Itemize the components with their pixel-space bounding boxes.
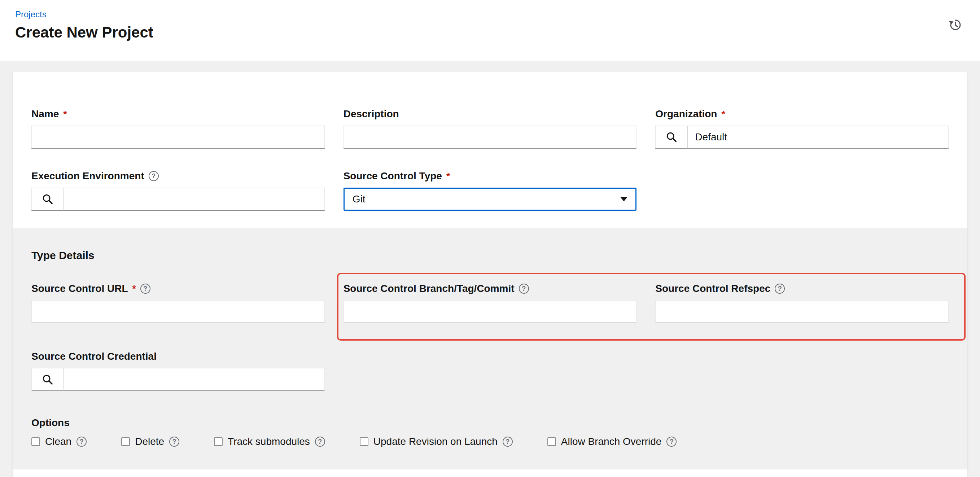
field-source-control-refspec: Source Control Refspec ?: [655, 283, 948, 323]
search-icon: [41, 374, 54, 386]
source-control-refspec-input[interactable]: [655, 300, 948, 323]
history-button[interactable]: [947, 16, 964, 35]
form-row-1: Name * Description Organization: [32, 108, 948, 149]
source-control-type-select[interactable]: Git: [344, 188, 637, 211]
help-icon[interactable]: ?: [76, 437, 87, 447]
description-label: Description: [344, 108, 399, 120]
source-control-type-field-label: Source Control Type *: [344, 170, 637, 182]
field-description: Description: [344, 108, 637, 149]
required-asterisk: *: [446, 172, 450, 181]
allow-branch-override-checkbox[interactable]: [547, 437, 556, 446]
field-source-control-type: Source Control Type * Git: [344, 170, 637, 211]
source-control-credential-field-label: Source Control Credential: [32, 351, 325, 362]
execution-environment-input[interactable]: [64, 188, 325, 211]
required-asterisk: *: [63, 109, 67, 119]
help-icon[interactable]: ?: [667, 437, 676, 447]
source-control-type-label: Source Control Type: [344, 170, 442, 182]
source-control-refspec-field-label: Source Control Refspec ?: [655, 283, 948, 294]
field-source-control-url: Source Control URL * ?: [32, 283, 325, 323]
source-control-credential-lookup: [32, 368, 325, 391]
help-icon[interactable]: ?: [503, 437, 513, 447]
source-control-type-value: Git: [353, 193, 366, 205]
field-organization: Organization *: [655, 108, 948, 149]
organization-search-button[interactable]: [655, 126, 688, 149]
breadcrumb: Projects: [15, 10, 980, 19]
history-icon: [948, 17, 963, 32]
field-execution-environment: Execution Environment ?: [32, 170, 325, 211]
allow-branch-override-label: Allow Branch Override: [561, 436, 662, 447]
required-asterisk: *: [132, 284, 136, 293]
main-content: Name * Description Organization: [0, 61, 980, 477]
field-source-control-branch: Source Control Branch/Tag/Commit ?: [344, 283, 637, 323]
name-field-label: Name *: [32, 108, 325, 120]
page-header: Projects Create New Project: [0, 0, 980, 61]
organization-input[interactable]: [688, 126, 948, 149]
search-icon: [41, 193, 54, 205]
required-asterisk: *: [721, 109, 725, 119]
field-name: Name *: [32, 108, 325, 149]
source-control-refspec-label: Source Control Refspec: [655, 283, 770, 294]
empty-cell: [655, 170, 948, 211]
execution-environment-label: Execution Environment: [32, 170, 144, 182]
help-icon[interactable]: ?: [169, 437, 179, 447]
help-icon[interactable]: ?: [519, 284, 529, 294]
name-input[interactable]: [32, 126, 325, 149]
form-row-4: Source Control Credential: [32, 351, 948, 391]
option-clean: Clean ?: [32, 436, 87, 447]
track-submodules-checkbox[interactable]: [214, 437, 223, 446]
create-project-page: Projects Create New Project Name *: [0, 0, 980, 477]
empty-cell: [655, 351, 948, 391]
help-icon[interactable]: ?: [149, 171, 159, 181]
options-heading: Options: [32, 417, 948, 429]
execution-environment-field-label: Execution Environment ?: [32, 170, 325, 182]
field-source-control-credential: Source Control Credential: [32, 351, 325, 391]
organization-lookup: [655, 126, 948, 149]
type-details-section: Type Details Source Control URL * ? Sour…: [13, 228, 967, 469]
source-control-branch-label: Source Control Branch/Tag/Commit: [344, 283, 514, 294]
page-title: Create New Project: [15, 24, 980, 41]
source-control-credential-label: Source Control Credential: [32, 351, 157, 362]
execution-environment-search-button[interactable]: [32, 188, 64, 211]
source-control-branch-field-label: Source Control Branch/Tag/Commit ?: [344, 283, 637, 294]
caret-down-icon: [620, 197, 627, 201]
source-control-credential-search-button[interactable]: [32, 368, 64, 391]
option-track-submodules: Track submodules ?: [214, 436, 325, 447]
form-card: Name * Description Organization: [13, 72, 967, 477]
type-details-heading: Type Details: [32, 249, 948, 262]
option-delete: Delete ?: [121, 436, 179, 447]
source-control-credential-input[interactable]: [64, 368, 325, 391]
organization-label: Organization: [655, 108, 717, 120]
update-revision-checkbox[interactable]: [360, 437, 368, 446]
clean-label: Clean: [45, 436, 72, 447]
execution-environment-lookup: [32, 188, 325, 211]
update-revision-label: Update Revision on Launch: [374, 436, 498, 447]
track-submodules-label: Track submodules: [228, 436, 310, 447]
source-control-branch-input[interactable]: [344, 300, 637, 323]
delete-label: Delete: [135, 436, 164, 447]
breadcrumb-projects-link[interactable]: Projects: [15, 10, 46, 19]
option-update-revision-on-launch: Update Revision on Launch ?: [360, 436, 513, 447]
help-icon[interactable]: ?: [140, 284, 151, 294]
delete-checkbox[interactable]: [121, 437, 130, 446]
source-control-url-label: Source Control URL: [32, 283, 128, 294]
source-control-url-input[interactable]: [32, 300, 325, 323]
form-row-3: Source Control URL * ? Source Control Br…: [32, 283, 948, 323]
form-top-section: Name * Description Organization: [13, 72, 967, 228]
form-row-2: Execution Environment ?: [32, 170, 948, 211]
option-allow-branch-override: Allow Branch Override ?: [547, 436, 677, 447]
name-label: Name: [32, 108, 59, 120]
description-input[interactable]: [344, 126, 637, 149]
clean-checkbox[interactable]: [32, 437, 40, 446]
organization-field-label: Organization *: [655, 108, 948, 120]
empty-cell: [344, 351, 637, 391]
search-icon: [665, 131, 678, 143]
help-icon[interactable]: ?: [315, 437, 325, 447]
options-checkbox-row: Clean ? Delete ? Track submodules ?: [32, 436, 948, 447]
help-icon[interactable]: ?: [775, 284, 785, 294]
description-field-label: Description: [344, 108, 637, 120]
source-control-url-field-label: Source Control URL * ?: [32, 283, 325, 294]
